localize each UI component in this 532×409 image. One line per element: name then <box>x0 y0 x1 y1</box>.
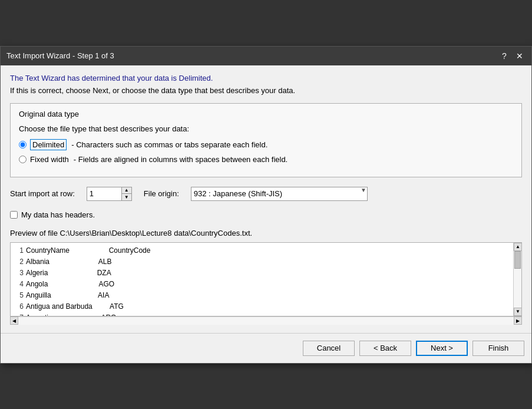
spinner-container: 1 ▲ ▼ <box>87 187 132 201</box>
scroll-up-button[interactable]: ▲ <box>514 243 522 251</box>
headers-checkbox[interactable] <box>10 211 18 219</box>
help-button[interactable]: ? <box>498 50 510 62</box>
cancel-button[interactable]: Cancel <box>303 341 355 356</box>
info-line1: The Text Wizard has determined that your… <box>10 74 522 83</box>
preview-row: 2 Albania ALB <box>14 256 511 268</box>
radio-fixedwidth[interactable] <box>19 156 27 163</box>
preview-text: Argentina ARG <box>26 314 116 316</box>
scroll-thumb[interactable] <box>514 251 521 269</box>
preview-wrapper: 1 CountryName CountryCode 2 Albania ALB … <box>10 242 522 316</box>
next-button[interactable]: Next > <box>416 341 468 356</box>
radio-label-fixedwidth[interactable]: Fixed width <box>30 155 69 164</box>
preview-text: Albania ALB <box>26 258 111 266</box>
vertical-scrollbar[interactable]: ▲ ▼ <box>513 243 521 316</box>
spinner-down[interactable]: ▼ <box>122 194 131 200</box>
preview-row: 6 Antigua and Barbuda ATG <box>14 301 511 312</box>
file-origin-select-wrap: 932 : Japanese (Shift-JIS) ▼ <box>191 187 368 201</box>
start-row-input[interactable]: 1 <box>87 187 122 201</box>
radio-desc-delimited: - Characters such as commas or tabs sepa… <box>71 140 267 149</box>
scroll-left-button[interactable]: ◀ <box>10 316 18 325</box>
title-bar-controls: ? ✕ <box>498 50 526 62</box>
headers-checkbox-row: My data has headers. <box>10 210 522 219</box>
file-origin-select[interactable]: 932 : Japanese (Shift-JIS) <box>191 187 368 201</box>
preview-row: 3 Algeria DZA <box>14 268 511 279</box>
horizontal-scrollbar[interactable]: ◀ ▶ <box>10 316 522 325</box>
back-button[interactable]: < Back <box>359 341 411 356</box>
title-bar: Text Import Wizard - Step 1 of 3 ? ✕ <box>1 47 531 65</box>
preview-label: Preview of file C:\Users\Brian\Desktop\L… <box>10 229 522 238</box>
spinner-up[interactable]: ▲ <box>122 187 131 194</box>
preview-text: Algeria DZA <box>26 269 111 277</box>
dialog-window: Text Import Wizard - Step 1 of 3 ? ✕ The… <box>0 46 532 364</box>
info-line2: If this is correct, choose Next, or choo… <box>10 86 522 95</box>
original-data-type-group: Original data type Choose the file type … <box>10 103 522 177</box>
preview-text: CountryName CountryCode <box>26 246 150 255</box>
file-origin-label: File origin: <box>144 189 179 198</box>
preview-num: 3 <box>14 269 24 277</box>
preview-num: 7 <box>14 314 24 316</box>
close-button[interactable]: ✕ <box>514 50 526 62</box>
preview-row: 1 CountryName CountryCode <box>14 245 511 256</box>
headers-label[interactable]: My data has headers. <box>21 210 95 219</box>
preview-num: 1 <box>14 246 24 255</box>
scroll-h-track <box>18 317 514 325</box>
start-import-label: Start import at row: <box>10 189 75 198</box>
spinner-arrows: ▲ ▼ <box>122 187 132 201</box>
preview-text: Antigua and Barbuda ATG <box>26 302 124 311</box>
group-subtitle: Choose the file type that best describes… <box>19 124 513 133</box>
preview-text: Anguilla AIA <box>26 291 109 299</box>
row-section: Start import at row: 1 ▲ ▼ File origin: … <box>10 187 522 201</box>
dialog-body: The Text Wizard has determined that your… <box>1 65 531 333</box>
preview-text: Angola AGO <box>26 280 114 288</box>
radio-row-fixedwidth: Fixed width - Fields are aligned in colu… <box>19 155 513 164</box>
radio-desc-fixedwidth: - Fields are aligned in columns with spa… <box>74 155 288 164</box>
dialog-title: Text Import Wizard - Step 1 of 3 <box>6 51 114 60</box>
preview-inner: 1 CountryName CountryCode 2 Albania ALB … <box>11 243 521 316</box>
radio-row-delimited: Delimited - Characters such as commas or… <box>19 139 513 150</box>
preview-num: 5 <box>14 291 24 299</box>
radio-label-delimited[interactable]: Delimited <box>30 139 67 150</box>
group-title: Original data type <box>19 110 513 118</box>
radio-delimited[interactable] <box>19 141 27 149</box>
scroll-down-button[interactable]: ▼ <box>514 308 522 316</box>
preview-row: 4 Angola AGO <box>14 279 511 290</box>
preview-row: 7 Argentina ARG <box>14 312 511 316</box>
scroll-right-button[interactable]: ▶ <box>514 316 522 325</box>
finish-button[interactable]: Finish <box>472 341 524 356</box>
preview-num: 2 <box>14 258 24 266</box>
preview-row: 5 Anguilla AIA <box>14 290 511 301</box>
button-row: Cancel < Back Next > Finish <box>1 333 531 363</box>
scroll-track <box>514 251 521 308</box>
preview-num: 6 <box>14 302 24 311</box>
preview-num: 4 <box>14 280 24 288</box>
